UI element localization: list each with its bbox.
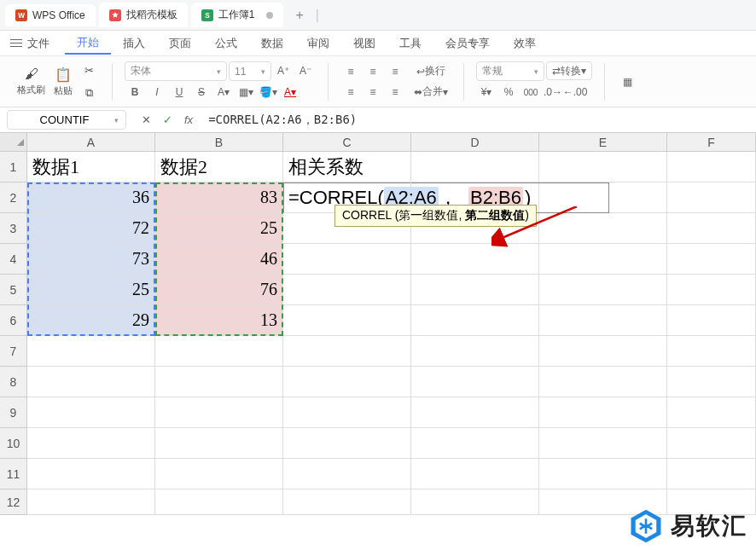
cell-F11[interactable] <box>667 459 756 489</box>
cell-C7[interactable] <box>283 336 411 367</box>
cell-F2[interactable] <box>667 182 756 213</box>
row-header-7[interactable]: 7 <box>0 336 27 367</box>
cell-A4[interactable]: 73 <box>27 244 155 275</box>
cell-F1[interactable] <box>667 152 756 182</box>
cell-C6[interactable] <box>283 305 411 336</box>
cell-D12[interactable] <box>411 489 539 515</box>
col-header-A[interactable]: A <box>27 133 155 152</box>
cell-F9[interactable] <box>667 397 756 428</box>
underline-button[interactable]: U <box>169 83 189 101</box>
cell-B10[interactable] <box>155 428 283 459</box>
percent-button[interactable]: % <box>498 83 519 101</box>
increase-font-button[interactable]: A⁺ <box>273 61 294 80</box>
comma-button[interactable]: 000 <box>520 83 541 101</box>
font-name-select[interactable]: 宋体 ▾ <box>125 61 227 81</box>
cell-C8[interactable] <box>283 367 411 397</box>
col-header-F[interactable]: F <box>667 133 756 152</box>
col-header-D[interactable]: D <box>411 133 539 152</box>
cell-B4[interactable]: 46 <box>155 244 283 275</box>
align-right-button[interactable]: ≡ <box>385 83 405 101</box>
cell-D6[interactable] <box>411 305 539 336</box>
cell-E3[interactable] <box>539 213 667 244</box>
font-more-button[interactable]: A▾ <box>213 83 234 101</box>
font-color-button[interactable]: A▾ <box>280 83 300 101</box>
cell-B11[interactable] <box>155 459 283 489</box>
col-header-B[interactable]: B <box>155 133 283 152</box>
cell-B6[interactable]: 13 <box>155 305 283 336</box>
cell-F5[interactable] <box>667 275 756 305</box>
cell-A7[interactable] <box>27 336 155 367</box>
fill-color-button[interactable]: 🪣▾ <box>258 83 278 101</box>
cell-E6[interactable] <box>539 305 667 336</box>
menu-data[interactable]: 数据 <box>249 32 295 55</box>
row-header-4[interactable]: 4 <box>0 244 27 275</box>
row-header-2[interactable]: 2 <box>0 182 27 213</box>
cell-C11[interactable] <box>283 459 411 489</box>
cell-D9[interactable] <box>411 397 539 428</box>
cell-C12[interactable] <box>283 489 411 515</box>
menu-efficiency[interactable]: 效率 <box>502 32 548 55</box>
cut-button[interactable]: ✂ <box>78 61 100 81</box>
cell-A11[interactable] <box>27 459 155 489</box>
cell-D8[interactable] <box>411 367 539 397</box>
cell-B2[interactable]: 83 <box>155 182 283 213</box>
formula-input[interactable]: =CORREL(A2:A6，B2:B6) <box>201 110 756 130</box>
row-header-1[interactable]: 1 <box>0 152 27 182</box>
menu-review[interactable]: 审阅 <box>295 32 341 55</box>
cell-B12[interactable] <box>155 489 283 515</box>
cell-B8[interactable] <box>155 367 283 397</box>
cell-B3[interactable]: 25 <box>155 213 283 244</box>
cell-B9[interactable] <box>155 397 283 428</box>
cell-A1[interactable]: 数据1 <box>27 152 155 182</box>
cell-F4[interactable] <box>667 244 756 275</box>
cell-C4[interactable] <box>283 244 411 275</box>
cell-E1[interactable] <box>539 152 667 182</box>
cell-F7[interactable] <box>667 336 756 367</box>
cell-E2[interactable] <box>539 182 667 213</box>
cell-F8[interactable] <box>667 367 756 397</box>
name-box[interactable]: ▾ <box>7 110 126 130</box>
row-header-12[interactable]: 12 <box>0 489 27 515</box>
menu-member[interactable]: 会员专享 <box>433 32 502 55</box>
cell-A6[interactable]: 29 <box>27 305 155 336</box>
app-tab-workbook[interactable]: S 工作簿1 <box>191 3 284 27</box>
cell-D4[interactable] <box>411 244 539 275</box>
increase-decimal-button[interactable]: ←.00 <box>565 83 585 101</box>
cell-E7[interactable] <box>539 336 667 367</box>
cell-A12[interactable] <box>27 489 155 515</box>
menu-view[interactable]: 视图 <box>341 32 387 55</box>
select-all-corner[interactable] <box>0 133 27 152</box>
cell-A8[interactable] <box>27 367 155 397</box>
align-top-button[interactable]: ≡ <box>340 62 361 81</box>
cell-E4[interactable] <box>539 244 667 275</box>
cell-D7[interactable] <box>411 336 539 367</box>
cell-F6[interactable] <box>667 305 756 336</box>
cell-B7[interactable] <box>155 336 283 367</box>
col-header-C[interactable]: C <box>283 133 411 152</box>
cell-E10[interactable] <box>539 428 667 459</box>
cell-E8[interactable] <box>539 367 667 397</box>
cell-A2[interactable]: 36 <box>27 182 155 213</box>
row-header-9[interactable]: 9 <box>0 397 27 428</box>
cell-A9[interactable] <box>27 397 155 428</box>
cell-E9[interactable] <box>539 397 667 428</box>
row-header-5[interactable]: 5 <box>0 275 27 305</box>
align-center-button[interactable]: ≡ <box>363 83 383 101</box>
strike-button[interactable]: S <box>191 83 212 101</box>
new-tab-button[interactable]: + <box>287 8 311 23</box>
menu-page[interactable]: 页面 <box>157 32 203 55</box>
cell-A10[interactable] <box>27 428 155 459</box>
cell-C9[interactable] <box>283 397 411 428</box>
col-header-E[interactable]: E <box>539 133 667 152</box>
file-menu[interactable]: 文件 <box>10 36 49 51</box>
row-header-6[interactable]: 6 <box>0 305 27 336</box>
cell-D1[interactable] <box>411 152 539 182</box>
menu-insert[interactable]: 插入 <box>111 32 157 55</box>
currency-button[interactable]: ¥▾ <box>476 83 497 101</box>
row-header-11[interactable]: 11 <box>0 459 27 489</box>
align-left-button[interactable]: ≡ <box>340 83 361 101</box>
align-middle-button[interactable]: ≡ <box>363 62 383 81</box>
wrap-button[interactable]: ↩ 换行 <box>410 62 451 81</box>
italic-button[interactable]: I <box>147 83 167 101</box>
cell-B5[interactable]: 76 <box>155 275 283 305</box>
